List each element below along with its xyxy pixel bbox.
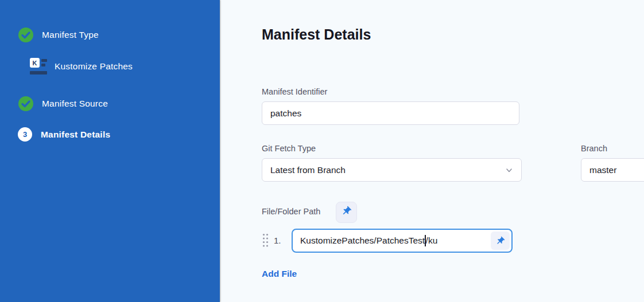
page-title: Manifest Details — [262, 26, 371, 43]
wizard-steps-sidebar: Manifest Type K Kustomize Patches Manife… — [0, 0, 220, 302]
kustomize-k-letter: K — [30, 58, 40, 68]
check-icon — [18, 28, 33, 42]
substep-label: Kustomize Patches — [55, 61, 133, 72]
step-label: Manifest Source — [42, 99, 108, 109]
sidebar-step-manifest-source[interactable]: Manifest Source — [18, 96, 108, 111]
drag-handle-icon[interactable] — [262, 233, 269, 250]
step-label: Manifest Details — [41, 130, 110, 140]
sidebar-step-manifest-type[interactable]: Manifest Type — [18, 28, 99, 42]
file-path-pin-button[interactable] — [491, 232, 510, 250]
add-file-button[interactable]: Add File — [262, 269, 297, 279]
git-fetch-type-label: Git Fetch Type — [262, 144, 316, 153]
file-path-value-before-caret: KustomizePatches/PatchesTest — [293, 236, 425, 246]
step-number-badge: 3 — [18, 127, 32, 142]
manifest-wizard: Manifest Type K Kustomize Patches Manife… — [0, 0, 644, 302]
kustomize-logo-icon: K — [30, 58, 47, 74]
file-folder-path-pin-button[interactable] — [336, 202, 357, 223]
pushpin-icon — [341, 206, 352, 219]
file-path-input[interactable]: KustomizePatches/PatchesTest /ku — [292, 229, 513, 253]
git-fetch-type-select[interactable]: Latest from Branch — [262, 158, 522, 182]
branch-label: Branch — [581, 144, 607, 153]
sidebar-substep-kustomize-patches[interactable]: K Kustomize Patches — [30, 58, 133, 74]
branch-input[interactable] — [581, 158, 644, 182]
manifest-identifier-label: Manifest Identifier — [262, 87, 327, 96]
check-icon — [18, 96, 33, 111]
git-fetch-type-value: Latest from Branch — [270, 165, 346, 175]
manifest-identifier-input[interactable] — [262, 101, 519, 125]
file-path-value-after-caret: /ku — [426, 236, 438, 246]
file-folder-path-label: File/Folder Path — [262, 207, 320, 216]
chevron-down-icon — [505, 166, 513, 174]
step-label: Manifest Type — [42, 30, 99, 40]
sidebar-step-manifest-details[interactable]: 3 Manifest Details — [18, 127, 110, 142]
file-path-row-index: 1. — [274, 236, 281, 245]
